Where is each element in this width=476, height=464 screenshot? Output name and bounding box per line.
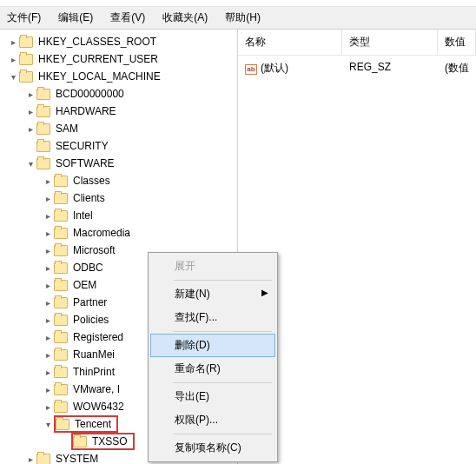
folder-icon [19,54,33,65]
menu-export[interactable]: 导出(E) [150,385,275,408]
menu-expand: 展开 [150,255,275,278]
tree-node-clients[interactable]: ▸Clients [0,190,237,206]
expand-icon[interactable]: ▸ [42,194,54,203]
menu-favorites[interactable]: 收藏夹(A) [159,9,211,27]
tree-node-security[interactable]: SECURITY [0,138,237,154]
tree-node-intel[interactable]: ▸Intel [0,208,237,223]
tree-node-hkcr[interactable]: ▸HKEY_CLASSES_ROOT [0,34,237,50]
list-row[interactable]: ab(默认) REG_SZ (数值 [238,56,476,81]
collapse-icon[interactable]: ▾ [42,420,54,429]
folder-icon [54,297,68,308]
folder-icon [54,262,68,274]
expand-icon[interactable]: ▸ [24,107,36,116]
folder-icon [54,401,68,413]
menubar: 文件(F) 编辑(E) 查看(V) 收藏夹(A) 帮助(H) [0,7,476,30]
tree-node-sam[interactable]: ▸SAM [0,121,237,136]
expand-icon[interactable]: ▸ [42,298,54,308]
menu-new[interactable]: 新建(N)▶ [150,282,275,306]
expand-icon[interactable]: ▸ [42,176,54,186]
expand-icon[interactable]: ▸ [24,124,36,134]
separator [173,331,272,332]
expand-icon[interactable]: ▸ [7,55,19,64]
collapse-icon[interactable]: ▾ [7,72,19,82]
expand-icon[interactable]: ▸ [42,385,54,394]
value-data: (数值 [438,57,476,79]
tree-node-classes[interactable]: ▸Classes [0,173,237,189]
tree-node-software[interactable]: ▾SOFTWARE [0,156,237,171]
col-name[interactable]: 名称 [238,30,342,55]
folder-icon [54,228,68,239]
tree-node-hklm[interactable]: ▾HKEY_LOCAL_MACHINE [0,69,237,84]
expand-icon[interactable]: ▸ [42,333,54,342]
folder-icon [54,193,68,204]
folder-icon [36,89,50,100]
expand-icon[interactable]: ▸ [42,281,54,290]
folder-icon [73,436,87,447]
menu-copykey[interactable]: 复制项名称(C) [150,436,275,460]
tree-node-hardware[interactable]: ▸HARDWARE [0,103,237,119]
menu-file[interactable]: 文件(F) [3,9,44,27]
folder-icon [36,141,50,152]
col-type[interactable]: 类型 [342,30,438,55]
folder-icon [54,349,68,361]
expand-icon[interactable]: ▸ [24,454,36,464]
folder-icon [54,332,68,343]
menu-help[interactable]: 帮助(H) [221,9,264,27]
folder-icon [36,158,50,169]
expand-icon[interactable]: ▸ [42,246,54,255]
expand-icon[interactable]: ▸ [42,315,54,325]
menu-view[interactable]: 查看(V) [107,9,149,27]
menu-rename[interactable]: 重命名(R) [150,357,275,381]
menu-permissions[interactable]: 权限(P)... [150,408,275,432]
folder-icon [36,106,50,117]
tree-node-bcd[interactable]: ▸BCD00000000 [0,86,237,102]
expand-icon[interactable]: ▸ [42,368,54,377]
tree-node-macromedia[interactable]: ▸Macromedia [0,225,237,241]
value-name: (默认) [261,62,288,74]
folder-icon [54,367,68,378]
collapse-icon[interactable]: ▾ [24,159,36,169]
separator [173,382,272,383]
folder-icon [56,419,69,430]
folder-icon [19,36,33,48]
expand-icon[interactable]: ▸ [42,263,54,273]
folder-icon [19,71,33,83]
context-menu: 展开 新建(N)▶ 查找(F)... 删除(D) 重命名(R) 导出(E) 权限… [148,252,278,462]
separator [173,434,272,434]
folder-icon [54,280,68,291]
tree-node-hkcu[interactable]: ▸HKEY_CURRENT_USER [0,51,237,67]
expand-icon[interactable]: ▸ [42,350,54,360]
string-value-icon: ab [245,64,257,75]
expand-icon[interactable]: ▸ [42,229,54,238]
expand-icon[interactable]: ▸ [7,37,19,47]
folder-icon [54,210,68,222]
submenu-arrow-icon: ▶ [261,288,268,297]
menu-find[interactable]: 查找(F)... [150,306,275,329]
list-header: 名称 类型 数值 [238,30,476,56]
value-type: REG_SZ [342,57,438,79]
folder-icon [54,176,68,187]
expand-icon[interactable]: ▸ [42,402,54,412]
menu-edit[interactable]: 编辑(E) [55,9,96,27]
folder-icon [54,384,68,395]
folder-icon [36,123,50,135]
separator [173,280,272,281]
expand-icon[interactable]: ▸ [24,89,36,99]
menu-delete[interactable]: 删除(D) [150,334,275,357]
folder-icon [54,315,68,326]
expand-icon[interactable]: ▸ [42,211,54,221]
folder-icon [54,245,68,256]
folder-icon [36,454,50,465]
col-data[interactable]: 数值 [438,30,476,55]
